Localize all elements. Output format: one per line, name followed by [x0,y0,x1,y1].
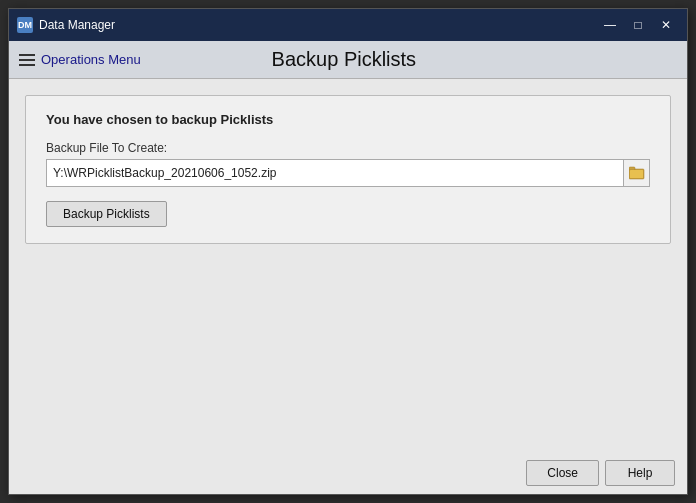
content-area: You have chosen to backup Picklists Back… [9,79,687,452]
help-button[interactable]: Help [605,460,675,486]
hamburger-icon [19,54,35,66]
close-window-button[interactable]: ✕ [653,14,679,36]
toolbar: Operations Menu Backup Picklists [9,41,687,79]
maximize-button[interactable]: □ [625,14,651,36]
backup-panel: You have chosen to backup Picklists Back… [25,95,671,244]
title-bar-left: DM Data Manager [17,17,115,33]
folder-icon [629,166,645,180]
app-icon: DM [17,17,33,33]
content-spacer [25,244,671,436]
main-window: DM Data Manager — □ ✕ Operations Menu Ba… [8,8,688,495]
backup-picklists-button[interactable]: Backup Picklists [46,201,167,227]
window-title: Data Manager [39,18,115,32]
page-title: Backup Picklists [272,48,417,71]
file-input-wrapper [46,159,650,187]
minimize-button[interactable]: — [597,14,623,36]
file-label: Backup File To Create: [46,141,650,155]
file-browse-button[interactable] [623,160,649,186]
title-bar: DM Data Manager — □ ✕ [9,9,687,41]
footer: Close Help [9,452,687,494]
close-button[interactable]: Close [526,460,599,486]
svg-rect-1 [629,167,635,170]
page-title-container: Backup Picklists [141,48,547,71]
panel-heading: You have chosen to backup Picklists [46,112,650,127]
operations-menu[interactable]: Operations Menu [19,52,141,67]
operations-menu-label: Operations Menu [41,52,141,67]
file-form-group: Backup File To Create: [46,141,650,187]
file-path-input[interactable] [47,160,623,186]
window-controls: — □ ✕ [597,14,679,36]
svg-rect-2 [630,170,643,178]
